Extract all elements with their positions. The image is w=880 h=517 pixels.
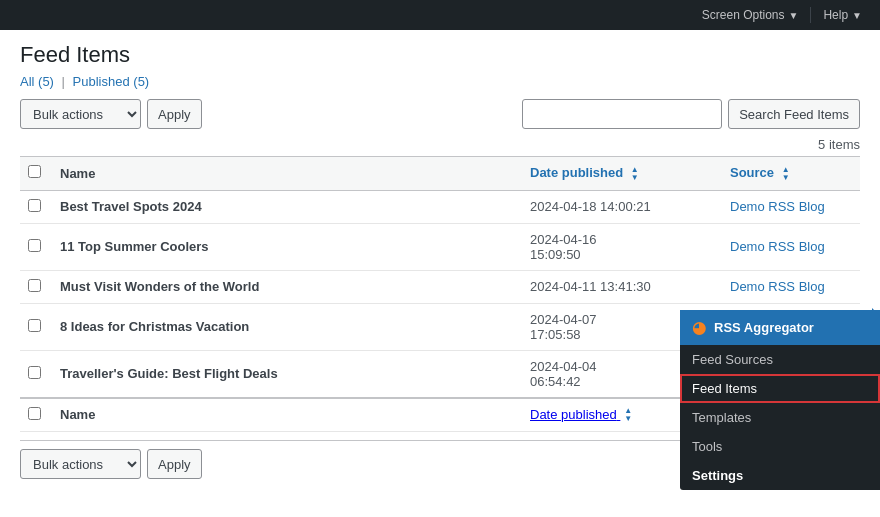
dropdown-item-feed-sources[interactable]: Feed Sources xyxy=(680,345,880,374)
row-name-3: Must Visit Wonders of the World xyxy=(50,270,520,303)
rss-icon: ◕ xyxy=(692,318,706,337)
dropdown-header-label: RSS Aggregator xyxy=(714,320,814,335)
screen-options-button[interactable]: Screen Options ▼ xyxy=(694,0,807,30)
row-checkbox-4[interactable] xyxy=(28,319,41,332)
row-date-1: 2024-04-18 14:00:21 xyxy=(520,190,720,223)
admin-topbar: Screen Options ▼ Help ▼ xyxy=(0,0,880,30)
row-check-2 xyxy=(20,223,50,270)
col-header-name: Name xyxy=(50,157,520,191)
filter-published[interactable]: Published (5) xyxy=(73,74,150,89)
search-button[interactable]: Search Feed Items xyxy=(728,99,860,129)
dropdown-arrow xyxy=(872,308,880,324)
row-check-5 xyxy=(20,350,50,398)
col-date-sort-link[interactable]: Date published ▲ ▼ xyxy=(530,165,639,180)
row-source-link-1[interactable]: Demo RSS Blog xyxy=(730,199,825,214)
chevron-down-icon-help: ▼ xyxy=(852,10,862,21)
footer-check xyxy=(20,398,50,432)
dropdown-header: ◕ RSS Aggregator xyxy=(680,310,880,345)
row-check-1 xyxy=(20,190,50,223)
search-input[interactable] xyxy=(522,99,722,129)
table-row: Best Travel Spots 2024 2024-04-18 14:00:… xyxy=(20,190,860,223)
row-checkbox-5[interactable] xyxy=(28,366,41,379)
row-checkbox-3[interactable] xyxy=(28,279,41,292)
dropdown-item-settings[interactable]: Settings xyxy=(680,461,880,490)
row-date-3: 2024-04-11 13:41:30 xyxy=(520,270,720,303)
table-row: 11 Top Summer Coolers 2024-04-1615:09:50… xyxy=(20,223,860,270)
bulk-actions-select-bottom[interactable]: Bulk actions xyxy=(20,449,141,479)
footer-name-col: Name xyxy=(50,398,520,432)
filter-sep: | xyxy=(62,74,65,89)
row-check-4 xyxy=(20,303,50,350)
row-date-2: 2024-04-1615:09:50 xyxy=(520,223,720,270)
col-header-source: Source ▲ ▼ xyxy=(720,157,860,191)
row-source-3: Demo RSS Blog xyxy=(720,270,860,303)
screen-options-label: Screen Options xyxy=(702,8,785,22)
row-name-5: Traveller's Guide: Best Flight Deals xyxy=(50,350,520,398)
search-area: Search Feed Items xyxy=(522,99,860,129)
col-header-check xyxy=(20,157,50,191)
row-checkbox-1[interactable] xyxy=(28,199,41,212)
row-source-link-3[interactable]: Demo RSS Blog xyxy=(730,279,825,294)
rss-aggregator-dropdown: ◕ RSS Aggregator Feed Sources Feed Items… xyxy=(680,310,880,490)
filter-links: All (5) | Published (5) xyxy=(20,74,860,89)
apply-button-top[interactable]: Apply xyxy=(147,99,202,129)
top-toolbar: Bulk actions Apply Search Feed Items xyxy=(20,99,860,129)
row-check-3 xyxy=(20,270,50,303)
chevron-down-icon: ▼ xyxy=(789,10,799,21)
row-source-2: Demo RSS Blog xyxy=(720,223,860,270)
sort-arrows-footer-date: ▲ ▼ xyxy=(624,407,632,423)
page-title: Feed Items xyxy=(20,42,860,68)
row-name-4: 8 Ideas for Christmas Vacation xyxy=(50,303,520,350)
dropdown-item-templates[interactable]: Templates xyxy=(680,403,880,432)
col-source-sort-link[interactable]: Source ▲ ▼ xyxy=(730,165,790,180)
footer-checkbox[interactable] xyxy=(28,407,41,420)
dropdown-item-tools[interactable]: Tools xyxy=(680,432,880,461)
filter-all[interactable]: All (5) xyxy=(20,74,54,89)
items-count: 5 items xyxy=(20,137,860,152)
top-actions-left: Bulk actions Apply xyxy=(20,99,202,129)
topbar-divider xyxy=(810,7,811,23)
row-source-link-2[interactable]: Demo RSS Blog xyxy=(730,239,825,254)
sort-arrows-source: ▲ ▼ xyxy=(782,166,790,182)
row-checkbox-2[interactable] xyxy=(28,239,41,252)
select-all-checkbox[interactable] xyxy=(28,165,41,178)
col-header-date: Date published ▲ ▼ xyxy=(520,157,720,191)
apply-button-bottom[interactable]: Apply xyxy=(147,449,202,479)
table-header-row: Name Date published ▲ ▼ Source xyxy=(20,157,860,191)
bulk-actions-select-top[interactable]: Bulk actions xyxy=(20,99,141,129)
row-source-1: Demo RSS Blog xyxy=(720,190,860,223)
help-label: Help xyxy=(823,8,848,22)
bottom-actions-left: Bulk actions Apply xyxy=(20,449,202,479)
footer-date-sort[interactable]: Date published ▲ ▼ xyxy=(530,407,632,422)
sort-arrows-date: ▲ ▼ xyxy=(631,166,639,182)
dropdown-item-feed-items[interactable]: Feed Items xyxy=(680,374,880,403)
help-button[interactable]: Help ▼ xyxy=(815,0,870,30)
table-row: Must Visit Wonders of the World 2024-04-… xyxy=(20,270,860,303)
row-name-1: Best Travel Spots 2024 xyxy=(50,190,520,223)
row-name-2: 11 Top Summer Coolers xyxy=(50,223,520,270)
